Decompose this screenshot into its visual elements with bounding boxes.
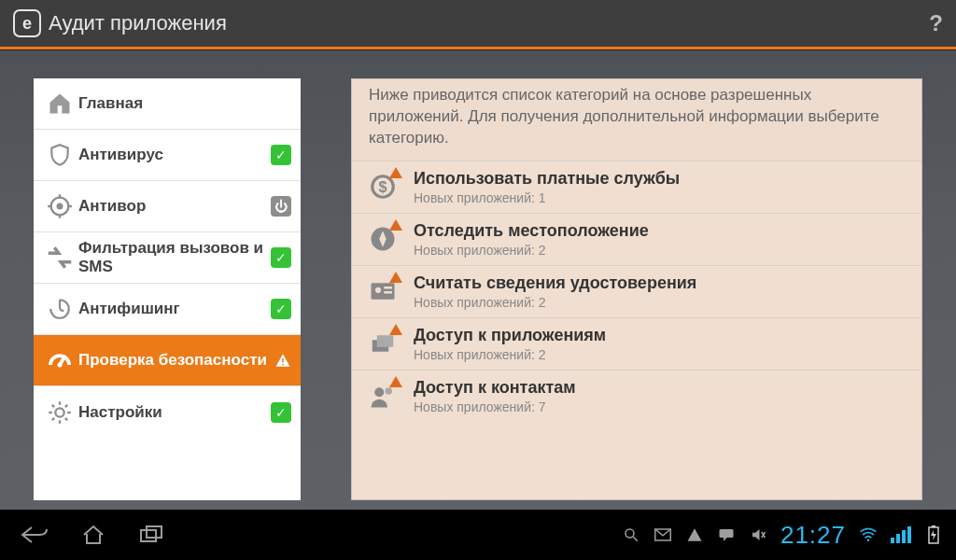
svg-point-22 [867, 539, 870, 542]
category-identity[interactable]: Считать сведения удостоверения Новых при… [352, 265, 921, 317]
warning-marker-icon [389, 167, 402, 178]
title-bar: e Аудит приложения ? [0, 0, 956, 47]
svg-rect-21 [719, 529, 733, 538]
gauge-icon [41, 346, 78, 374]
gear-icon [41, 399, 78, 426]
mail-status-icon [654, 525, 672, 544]
sidebar-item-label: Антивор [78, 197, 271, 216]
battery-status-icon [924, 525, 943, 544]
svg-point-10 [375, 287, 381, 293]
sidebar-item-label: Главная [78, 94, 291, 113]
sidebar-item-security-audit[interactable]: Проверка безопасности [34, 335, 301, 386]
status-ok-icon: ✓ [271, 299, 291, 319]
category-paid-services[interactable]: $ Использовать платные службы Новых прил… [352, 161, 921, 213]
recents-button[interactable] [133, 519, 174, 551]
android-nav-bar: 21:27 [0, 510, 956, 560]
sidebar-item-label: Антифишинг [78, 300, 271, 318]
svg-point-15 [374, 388, 384, 398]
svg-rect-3 [282, 358, 284, 363]
category-location[interactable]: Отследить местоположение Новых приложени… [352, 213, 921, 265]
status-ok-icon: ✓ [271, 402, 291, 423]
wifi-status-icon [859, 525, 878, 544]
warning-status-icon [685, 525, 704, 544]
svg-point-16 [386, 388, 393, 396]
home-icon [41, 91, 78, 117]
content-area: Главная Антивирус ✓ Антивор ⏻ Фильтрация… [0, 50, 956, 510]
intro-text: Ниже приводится список категорий на осно… [352, 79, 921, 161]
shield-icon [41, 143, 78, 167]
back-button[interactable] [13, 519, 54, 551]
sidebar-item-label: Фильтрация вызовов и SMS [78, 239, 271, 275]
status-ok-icon: ✓ [271, 247, 291, 268]
page-title: Аудит приложения [49, 11, 929, 35]
svg-point-19 [626, 529, 634, 538]
category-subtitle: Новых приложений: 2 [414, 347, 606, 362]
svg-text:$: $ [378, 179, 387, 196]
warning-marker-icon [389, 219, 402, 231]
category-subtitle: Новых приложений: 1 [414, 190, 680, 205]
svg-rect-4 [282, 364, 284, 366]
category-subtitle: Новых приложений: 2 [414, 243, 649, 258]
category-apps-access[interactable]: Доступ к приложениям Новых приложений: 2 [352, 317, 921, 370]
sidebar-item-label: Настройки [78, 403, 271, 422]
sidebar-item-label: Антивирус [78, 146, 271, 164]
category-title: Использовать платные службы [414, 169, 680, 189]
category-title: Доступ к приложениям [414, 326, 606, 345]
sidebar-item-antiphishing[interactable]: Антифишинг ✓ [34, 284, 301, 335]
home-nav-button[interactable] [73, 519, 114, 551]
category-title: Доступ к контактам [414, 378, 576, 398]
message-status-icon [717, 525, 736, 544]
warning-marker-icon [389, 376, 402, 387]
sidebar-item-settings[interactable]: Настройки ✓ [34, 386, 301, 438]
svg-point-5 [55, 408, 63, 416]
sidebar-item-home[interactable]: Главная [34, 78, 301, 130]
status-clock: 21:27 [780, 521, 846, 550]
category-list: $ Использовать платные службы Новых прил… [352, 161, 921, 499]
sidebar: Главная Антивирус ✓ Антивор ⏻ Фильтрация… [34, 78, 301, 500]
category-title: Считать сведения удостоверения [414, 273, 696, 293]
sidebar-item-antitheft[interactable]: Антивор ⏻ [34, 181, 301, 232]
app-logo-icon: e [13, 9, 41, 37]
signal-status-icon [891, 526, 911, 543]
svg-rect-12 [384, 291, 392, 294]
hook-icon [41, 297, 78, 321]
status-power-icon: ⏻ [271, 196, 291, 217]
category-subtitle: Новых приложений: 2 [414, 295, 696, 310]
cards-icon [367, 328, 399, 359]
status-ok-icon: ✓ [271, 145, 291, 165]
id-card-icon [367, 275, 399, 307]
dollar-icon: $ [367, 171, 399, 203]
category-subtitle: Новых приложений: 7 [414, 399, 576, 414]
warning-marker-icon [389, 272, 402, 283]
category-title: Отследить местоположение [414, 221, 649, 241]
svg-rect-24 [932, 525, 935, 527]
svg-rect-17 [141, 530, 156, 541]
sidebar-item-callfilter[interactable]: Фильтрация вызовов и SMS ✓ [34, 232, 301, 284]
category-contacts[interactable]: Доступ к контактам Новых приложений: 7 [352, 370, 921, 422]
sidebar-item-label: Проверка безопасности [78, 351, 269, 370]
main-panel: Ниже приводится список категорий на осно… [351, 78, 922, 500]
svg-point-2 [58, 363, 63, 368]
svg-rect-11 [384, 287, 392, 289]
mute-status-icon [749, 525, 767, 544]
arrows-icon [41, 245, 78, 271]
contacts-icon [367, 380, 399, 412]
svg-point-1 [57, 203, 63, 210]
target-icon [41, 193, 78, 219]
warning-marker-icon [389, 324, 402, 335]
svg-rect-18 [147, 526, 162, 538]
sidebar-item-antivirus[interactable]: Антивирус ✓ [34, 130, 301, 181]
status-warning-icon [274, 352, 291, 369]
search-status-icon[interactable] [622, 525, 640, 544]
help-button[interactable]: ? [929, 10, 943, 36]
svg-rect-14 [377, 336, 394, 348]
compass-icon [367, 223, 399, 255]
